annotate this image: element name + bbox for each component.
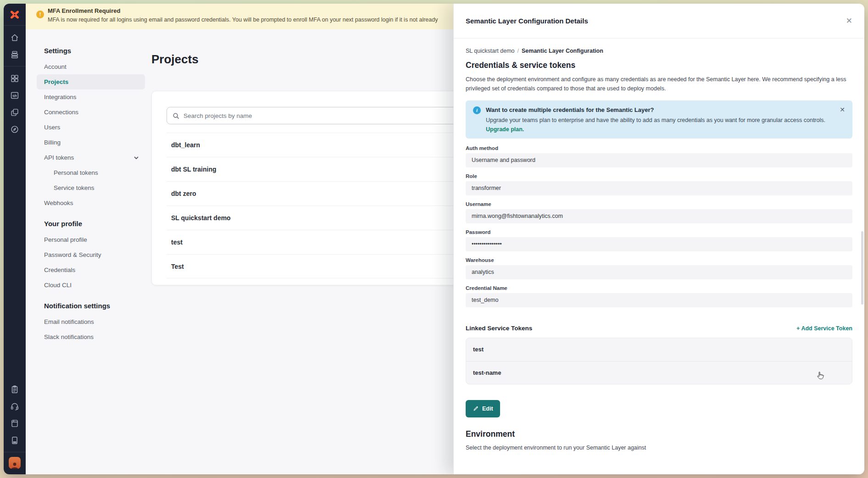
deploy-stack-icon[interactable] <box>6 46 23 63</box>
upgrade-plan-link[interactable]: Upgrade plan. <box>486 126 832 133</box>
panel-scrollbar[interactable] <box>861 231 863 305</box>
field-label-auth-method: Auth method <box>466 145 852 151</box>
sidebar-item-projects[interactable]: Projects <box>37 74 145 89</box>
dashboard-grid-icon[interactable] <box>6 70 23 87</box>
sidebar-item-integrations[interactable]: Integrations <box>37 89 145 105</box>
edit-button-label: Edit <box>482 406 493 412</box>
breadcrumb-current: Semantic Layer Configuration <box>522 48 603 54</box>
develop-ide-icon[interactable] <box>6 87 23 104</box>
profile-section-title: Your profile <box>37 220 145 232</box>
environment-description: Select the deployment environment to run… <box>466 445 852 451</box>
service-token-row[interactable]: test <box>466 338 852 361</box>
close-icon[interactable]: ✕ <box>846 17 852 25</box>
semantic-layer-panel: Semantic Layer Configuration Details ✕ S… <box>453 4 864 474</box>
sidebar-item-slack-notifications[interactable]: Slack notifications <box>37 329 145 345</box>
panel-title: Semantic Layer Configuration Details <box>466 17 846 25</box>
credentials-heading: Credentials & service tokens <box>466 61 852 70</box>
project-list: dbt_learn dbt SL training dbt zero SL qu… <box>167 133 472 278</box>
mfa-banner-body: MFA is now required for all logins using… <box>48 17 449 23</box>
upgrade-callout-body: Upgrade your teams plan to enterprise an… <box>486 116 832 125</box>
sidebar-item-users[interactable]: Users <box>37 120 145 135</box>
credential-name-field[interactable]: test_demo <box>466 293 852 307</box>
project-row[interactable]: Test <box>167 254 472 278</box>
dbt-logo[interactable] <box>4 4 26 26</box>
project-search[interactable] <box>167 107 464 124</box>
field-label-warehouse: Warehouse <box>466 257 852 263</box>
project-row[interactable]: dbt zero <box>167 181 472 206</box>
upgrade-callout-title: Want to create multiple credentials for … <box>486 106 832 113</box>
search-icon <box>172 112 179 119</box>
project-row[interactable]: test <box>167 230 472 254</box>
environment-heading: Environment <box>466 429 852 439</box>
sidebar-item-cloud-cli[interactable]: Cloud CLI <box>37 278 145 293</box>
breadcrumb: SL quickstart demo/Semantic Layer Config… <box>466 48 852 54</box>
field-label-credential-name: Credential Name <box>466 285 852 291</box>
user-avatar[interactable] <box>9 457 21 469</box>
panel-body: SL quickstart demo/Semantic Layer Config… <box>454 39 864 451</box>
edit-button[interactable]: Edit <box>466 400 500 417</box>
service-token-list: test test-name <box>466 338 852 384</box>
chevron-down-icon <box>133 155 139 161</box>
explore-compass-icon[interactable] <box>6 121 23 138</box>
add-service-token-button[interactable]: + Add Service Token <box>796 325 852 332</box>
field-label-password: Password <box>466 229 852 235</box>
notification-section-title: Notification settings <box>37 302 145 314</box>
pencil-icon <box>473 406 479 412</box>
field-label-role: Role <box>466 173 852 179</box>
sidebar-item-credentials[interactable]: Credentials <box>37 262 145 278</box>
linked-tokens-heading: Linked Service Tokens <box>466 325 532 332</box>
auth-method-field[interactable]: Username and password <box>466 153 852 167</box>
settings-nav: Settings Account Projects Integrations C… <box>37 47 145 345</box>
warehouse-field[interactable]: analytics <box>466 265 852 279</box>
search-input[interactable] <box>184 112 463 119</box>
projects-copy-icon[interactable] <box>6 104 23 121</box>
project-row[interactable]: SL quickstart demo <box>167 206 472 230</box>
tasks-clipboard-icon[interactable] <box>6 381 23 398</box>
project-row[interactable]: dbt_learn <box>167 133 472 157</box>
info-icon: i <box>473 106 481 114</box>
sidebar-item-email-notifications[interactable]: Email notifications <box>37 314 145 329</box>
project-row[interactable]: dbt SL training <box>167 157 472 181</box>
sidebar-item-billing[interactable]: Billing <box>37 135 145 150</box>
role-field[interactable]: transformer <box>466 181 852 195</box>
service-token-row[interactable]: test-name <box>466 361 852 384</box>
projects-card: dbt_learn dbt SL training dbt zero SL qu… <box>151 91 473 285</box>
mfa-banner-title: MFA Enrollment Required <box>48 7 449 14</box>
docs-book-icon[interactable] <box>6 415 23 432</box>
settings-nav-title: Settings <box>37 47 145 59</box>
icon-rail <box>4 4 26 474</box>
mfa-banner: ! MFA Enrollment Required MFA is now req… <box>26 4 453 29</box>
upgrade-callout: i Want to create multiple credentials fo… <box>466 100 852 139</box>
home-icon[interactable] <box>6 29 23 46</box>
breadcrumb-parent[interactable]: SL quickstart demo <box>466 48 515 54</box>
page-title: Projects <box>151 52 199 67</box>
credentials-description: Choose the deployment environment and co… <box>466 75 852 93</box>
warning-icon: ! <box>36 11 44 18</box>
app-window: ! MFA Enrollment Required MFA is now req… <box>4 4 864 474</box>
callout-close-icon[interactable]: ✕ <box>840 106 845 113</box>
sidebar-item-personal-tokens[interactable]: Personal tokens <box>37 165 145 180</box>
sidebar-item-password-security[interactable]: Password & Security <box>37 247 145 262</box>
sidebar-item-account[interactable]: Account <box>37 59 145 74</box>
field-label-username: Username <box>466 201 852 207</box>
sidebar-item-service-tokens[interactable]: Service tokens <box>37 180 145 195</box>
sidebar-item-api-tokens[interactable]: API tokens <box>37 150 145 165</box>
sidebar-item-connections[interactable]: Connections <box>37 105 145 120</box>
username-field[interactable]: mirna.wong@fishtownanalytics.com <box>466 209 852 223</box>
breadcrumb-separator: / <box>517 48 519 54</box>
sidebar-item-webhooks[interactable]: Webhooks <box>37 195 145 211</box>
password-field[interactable]: ••••••••••••••• <box>466 237 852 251</box>
support-headset-icon[interactable] <box>6 398 23 415</box>
mobile-app-icon[interactable] <box>6 432 23 449</box>
sidebar-item-personal-profile[interactable]: Personal profile <box>37 232 145 247</box>
panel-header: Semantic Layer Configuration Details ✕ <box>454 4 864 39</box>
